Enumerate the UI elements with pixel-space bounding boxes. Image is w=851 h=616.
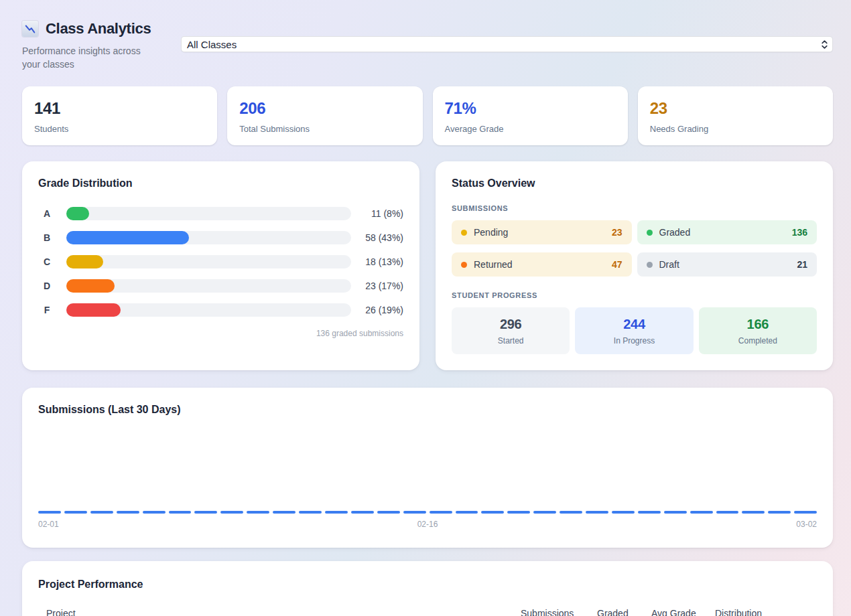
grade-count-label: 23 (17%)	[351, 281, 403, 291]
submission-day-bar	[143, 511, 166, 514]
grade-distribution-card: Grade Distribution A 11 (8%) B 58 (43%) …	[22, 161, 419, 370]
status-pill: Draft 21	[637, 252, 817, 277]
status-label: Draft	[659, 259, 679, 270]
grade-row: C 18 (13%)	[38, 255, 403, 268]
grade-count-label: 11 (8%)	[351, 208, 403, 219]
column-header-avg-grade: Avg Grade	[651, 608, 715, 616]
submission-day-bar	[273, 511, 296, 514]
select-chevrons-icon	[821, 40, 828, 50]
chart-decreasing-icon	[22, 21, 38, 37]
status-pill: Pending 23	[452, 220, 632, 244]
stat-card-average-grade: 71% Average Grade	[433, 86, 628, 145]
grade-bar-fill	[66, 255, 103, 268]
submission-day-bar	[220, 511, 243, 514]
grade-count-label: 26 (19%)	[351, 305, 403, 315]
submission-day-bar	[560, 511, 582, 514]
column-header-graded: Graded	[597, 608, 651, 616]
grade-bar-track	[66, 207, 351, 220]
progress-label: Completed	[704, 336, 811, 345]
status-label: Returned	[474, 259, 513, 270]
grade-row: A 11 (8%)	[38, 207, 403, 220]
submissions-chart-card: Submissions (Last 30 Days) 02-01 02-16 0…	[22, 388, 833, 548]
grade-distribution-title: Grade Distribution	[38, 177, 403, 189]
grade-letter: F	[38, 305, 56, 315]
header: Class Analytics Performance insights acr…	[22, 20, 833, 70]
title-row: Class Analytics	[22, 20, 833, 37]
submissions-chart-area	[38, 416, 817, 514]
stat-card-students: 141 Students	[22, 86, 217, 145]
status-dot-icon	[461, 262, 467, 268]
submissions-x-axis: 02-01 02-16 03-02	[38, 520, 817, 529]
status-label: Pending	[474, 227, 508, 238]
grade-bar-fill	[66, 303, 121, 317]
project-performance-card: Project Performance Project Submissions …	[22, 561, 833, 616]
stat-label: Total Submissions	[239, 124, 410, 134]
submission-day-bar	[768, 511, 791, 514]
status-label: Graded	[659, 227, 691, 238]
dashboard: Class Analytics Performance insights acr…	[0, 0, 851, 616]
stat-label: Average Grade	[445, 124, 616, 134]
stats-row: 141 Students 206 Total Submissions 71% A…	[22, 86, 833, 145]
stat-label: Needs Grading	[650, 124, 821, 134]
column-header-submissions: Submissions	[521, 608, 597, 616]
submission-day-bar	[612, 511, 635, 514]
student-progress-grid: 296 Started 244 In Progress 166 Complete…	[452, 307, 817, 354]
grade-count-label: 18 (13%)	[351, 256, 403, 267]
progress-label: In Progress	[580, 336, 688, 345]
grade-bar-fill	[66, 231, 189, 244]
class-filter-select[interactable]: All Classes	[181, 36, 833, 52]
submission-day-bar	[403, 511, 426, 514]
submission-day-bar	[169, 511, 192, 514]
submission-day-bar	[247, 511, 269, 514]
status-dot-icon	[461, 230, 467, 236]
submissions-bars	[38, 511, 817, 514]
column-header-distribution: Distribution	[715, 608, 809, 616]
stat-value: 71%	[445, 99, 616, 118]
class-filter-value: All Classes	[187, 39, 821, 50]
submission-day-bar	[742, 511, 765, 514]
status-value: 47	[612, 259, 623, 270]
stat-card-total-submissions: 206 Total Submissions	[227, 86, 422, 145]
status-dot-icon	[647, 230, 653, 236]
page-subtitle: Performance insights across your classes	[22, 44, 156, 72]
submission-day-bar	[664, 511, 687, 514]
grade-letter: B	[38, 232, 56, 243]
status-overview-card: Status Overview SUBMISSIONS Pending 23 G…	[436, 161, 833, 370]
submission-day-bar	[299, 511, 322, 514]
grade-distribution-chart: A 11 (8%) B 58 (43%) C 18 (13%) D	[38, 207, 403, 317]
submission-day-bar	[90, 511, 113, 514]
charts-row: Grade Distribution A 11 (8%) B 58 (43%) …	[22, 161, 833, 370]
stat-card-needs-grading: 23 Needs Grading	[638, 86, 833, 145]
status-pill: Graded 136	[637, 220, 817, 244]
status-grid: Pending 23 Graded 136 Returned 47 Draft …	[452, 220, 817, 277]
project-performance-title: Project Performance	[38, 579, 817, 591]
student-progress-section-label: STUDENT PROGRESS	[452, 291, 817, 299]
project-table-header: Project Submissions Graded Avg Grade Dis…	[38, 608, 817, 616]
stat-label: Students	[34, 124, 205, 134]
submission-day-bar	[586, 511, 608, 514]
grade-bar-track	[66, 279, 351, 293]
status-value: 21	[797, 259, 807, 270]
submission-day-bar	[716, 511, 739, 514]
progress-value: 244	[580, 317, 688, 332]
stat-value: 23	[650, 99, 821, 118]
stat-value: 206	[239, 99, 410, 118]
submission-day-bar	[533, 511, 556, 514]
grade-bar-track	[66, 231, 351, 244]
submission-day-bar	[507, 511, 530, 514]
x-tick-first: 02-01	[38, 520, 78, 529]
grade-letter: C	[38, 256, 56, 267]
submissions-section-label: SUBMISSIONS	[452, 204, 817, 212]
submission-day-bar	[638, 511, 661, 514]
submission-day-bar	[194, 511, 217, 514]
grade-bar-track	[66, 255, 351, 268]
submissions-chart-title: Submissions (Last 30 Days)	[38, 404, 817, 416]
x-tick-middle: 02-16	[407, 520, 448, 529]
grade-count-label: 58 (43%)	[351, 232, 403, 243]
status-overview-title: Status Overview	[452, 177, 817, 189]
grade-row: D 23 (17%)	[38, 279, 403, 293]
status-value: 136	[792, 227, 807, 238]
progress-label: Started	[457, 336, 564, 345]
column-header-project: Project	[46, 608, 521, 616]
graded-submissions-note: 136 graded submissions	[38, 329, 403, 338]
